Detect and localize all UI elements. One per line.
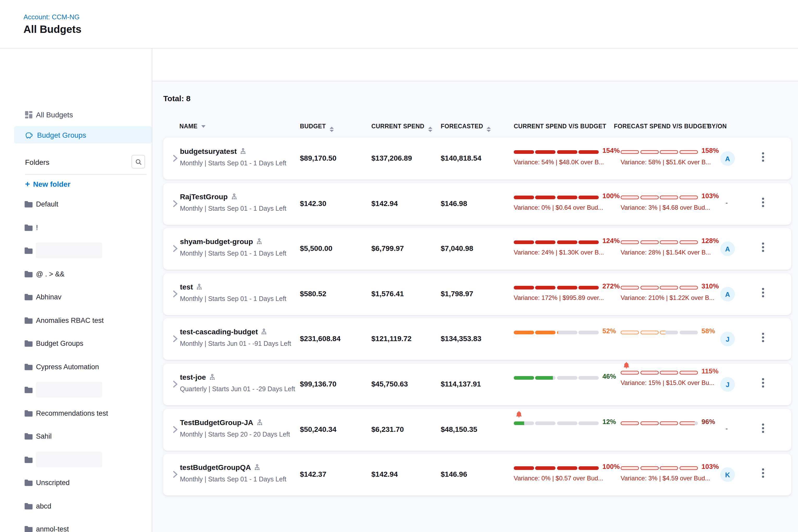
sort-icon[interactable] bbox=[330, 127, 334, 132]
folder-item[interactable]: abcd bbox=[0, 494, 152, 517]
forecasted-value: $114,137.91 bbox=[441, 380, 481, 388]
row-menu-button[interactable] bbox=[761, 377, 765, 388]
folder-icon bbox=[24, 247, 33, 254]
forecast-spend-bar bbox=[621, 371, 698, 375]
budget-group-row: shyam-budget-group Monthly | Starts Sep … bbox=[163, 228, 791, 270]
forecast-spend-percent: 103% bbox=[702, 463, 719, 471]
current-spend-value: $6,799.97 bbox=[372, 244, 404, 252]
row-menu-button[interactable] bbox=[761, 197, 765, 208]
chevron-right-icon[interactable] bbox=[173, 154, 178, 162]
folder-item[interactable]: ! bbox=[0, 216, 152, 239]
column-header[interactable]: FORECASTED bbox=[441, 123, 491, 132]
forecast-spend-bar bbox=[621, 466, 698, 470]
current-spend-percent: 12% bbox=[603, 418, 616, 425]
current-spend-bar bbox=[514, 331, 599, 334]
sort-icon[interactable] bbox=[428, 127, 432, 132]
budget-group-schedule: Quarterly | Starts Jun 01 - -29 Days Lef… bbox=[180, 385, 295, 393]
row-menu-button[interactable] bbox=[761, 287, 765, 298]
folder-item[interactable]: Default bbox=[0, 192, 152, 215]
folder-item[interactable]: Unscripted bbox=[0, 471, 152, 494]
hierarchy-icon bbox=[254, 464, 260, 471]
chevron-right-icon[interactable] bbox=[173, 245, 178, 252]
redacted-folder-name bbox=[36, 382, 102, 397]
chevron-right-icon[interactable] bbox=[173, 335, 178, 343]
current-spend-value: $6,231.70 bbox=[372, 425, 404, 433]
folder-item[interactable]: Sahil bbox=[0, 424, 152, 448]
budget-group-name[interactable]: test-joe bbox=[180, 373, 215, 381]
chevron-right-icon[interactable] bbox=[173, 290, 178, 298]
folder-item[interactable] bbox=[0, 448, 152, 471]
budget-group-schedule: Monthly | Starts Sep 01 - 1 Days Left bbox=[180, 159, 286, 167]
column-header[interactable]: BUDGET bbox=[300, 123, 334, 132]
budget-group-schedule: Monthly | Starts Jun 01 - -91 Days Left bbox=[180, 340, 291, 347]
folder-icon bbox=[24, 363, 33, 370]
chevron-right-icon[interactable] bbox=[173, 471, 178, 478]
budget-value: $580.52 bbox=[300, 289, 326, 298]
row-menu-button[interactable] bbox=[761, 467, 765, 478]
forecast-variance: Variance: 3% | $4.59 over Bud... bbox=[621, 475, 710, 482]
budget-value: $5,500.00 bbox=[300, 244, 332, 252]
budget-group-schedule: Monthly | Starts Sep 01 - 1 Days Left bbox=[180, 250, 286, 257]
current-spend-value: $142.94 bbox=[372, 199, 398, 208]
chevron-right-icon[interactable] bbox=[173, 380, 178, 388]
forecast-spend-percent: 103% bbox=[702, 192, 719, 200]
chevron-right-icon[interactable] bbox=[173, 425, 178, 433]
folder-item[interactable] bbox=[0, 239, 152, 262]
budget-group-name[interactable]: RajTestGroup bbox=[180, 192, 237, 201]
forecast-spend-bar bbox=[621, 286, 698, 289]
folder-item[interactable]: anmol-test bbox=[0, 517, 152, 532]
row-menu-button[interactable] bbox=[761, 242, 765, 253]
sort-desc-icon[interactable] bbox=[201, 125, 205, 128]
folder-name: abcd bbox=[36, 502, 51, 510]
folder-item[interactable]: Cypress Automation bbox=[0, 355, 152, 378]
folder-icon bbox=[24, 456, 33, 463]
budget-groups-page: Account: CCM-NG All Budgets All Budgets … bbox=[0, 0, 798, 532]
forecast-spend-percent: 310% bbox=[702, 282, 719, 290]
sidebar: All Budgets Budget Groups Folders + New … bbox=[0, 49, 152, 532]
hierarchy-icon bbox=[209, 374, 215, 380]
forecast-spend-bar bbox=[621, 241, 698, 244]
owner-avatar: J bbox=[720, 332, 735, 346]
column-header: FORECAST SPEND V/S BUDGET bbox=[614, 123, 710, 129]
budget-group-name[interactable]: shyam-budget-group bbox=[180, 237, 262, 246]
budget-value: $142.30 bbox=[300, 199, 326, 208]
row-menu-button[interactable] bbox=[761, 332, 765, 343]
row-menu-button[interactable] bbox=[761, 422, 765, 434]
folder-list: Default!@ . > &&AbhinavAnomalies RBAC te… bbox=[0, 49, 152, 532]
budget-group-name[interactable]: budgetsuryatest bbox=[180, 147, 246, 155]
budget-group-name[interactable]: TestBudgetGroup-JA bbox=[180, 418, 263, 426]
page-title: All Budgets bbox=[23, 23, 81, 36]
budget-group-name[interactable]: test-cascading-budget bbox=[180, 327, 267, 336]
forecast-spend-bar bbox=[621, 195, 698, 199]
folder-name: Sahil bbox=[36, 432, 52, 440]
column-header[interactable]: CURRENT SPEND bbox=[372, 123, 432, 132]
current-spend-value: $45,750.63 bbox=[372, 380, 408, 388]
owner-avatar: A bbox=[720, 242, 735, 256]
folder-icon bbox=[24, 386, 33, 393]
account-breadcrumb-link[interactable]: Account: CCM-NG bbox=[23, 13, 79, 21]
column-header[interactable]: NAME bbox=[179, 123, 205, 129]
current-variance: Variance: 0% | $0.57 over Bud... bbox=[514, 475, 603, 482]
forecasted-value: $7,040.98 bbox=[441, 244, 473, 252]
folder-name: Budget Groups bbox=[36, 339, 83, 347]
budget-group-name[interactable]: test bbox=[180, 283, 202, 291]
app-header: Account: CCM-NG All Budgets bbox=[0, 0, 798, 48]
sort-icon[interactable] bbox=[487, 127, 491, 132]
folder-item[interactable] bbox=[0, 378, 152, 401]
current-spend-percent: 46% bbox=[603, 373, 616, 380]
folder-name: Anomalies RBAC test bbox=[36, 316, 104, 324]
folder-item[interactable]: Anomalies RBAC test bbox=[0, 309, 152, 332]
folder-item[interactable]: Recommendations test bbox=[0, 402, 152, 424]
folder-item[interactable]: Budget Groups bbox=[0, 332, 152, 355]
folder-item[interactable]: @ . > && bbox=[0, 262, 152, 285]
budget-group-row: testBudgetGroupQA Monthly | Starts Sep 0… bbox=[163, 454, 791, 495]
row-menu-button[interactable] bbox=[761, 151, 765, 163]
forecast-spend-bar bbox=[621, 421, 698, 425]
folder-icon bbox=[24, 270, 33, 277]
forecast-spend-bar bbox=[621, 331, 698, 334]
forecasted-value: $146.96 bbox=[441, 470, 467, 478]
owner-avatar: A bbox=[720, 151, 735, 166]
budget-group-name[interactable]: testBudgetGroupQA bbox=[180, 463, 260, 472]
folder-item[interactable]: Abhinav bbox=[0, 285, 152, 308]
chevron-right-icon[interactable] bbox=[173, 200, 178, 208]
